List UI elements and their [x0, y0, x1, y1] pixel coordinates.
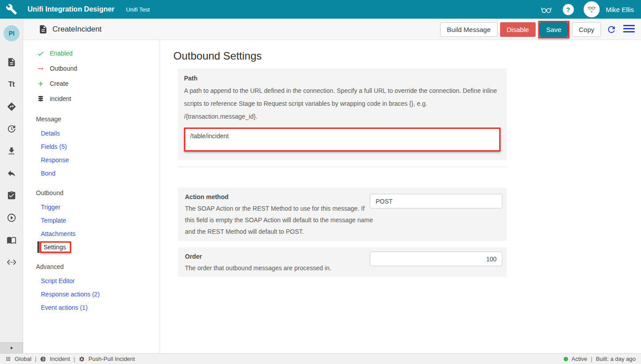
- nav-section-message: Message: [23, 112, 160, 127]
- action-method-description: The SOAP Action or the REST Method to us…: [185, 203, 374, 237]
- record-header: CreateIncident Build Message Disable Sav…: [0, 19, 641, 40]
- path-description: A path to append to the URL defined in t…: [184, 84, 498, 123]
- scope-pie-icon[interactable]: [40, 356, 46, 362]
- nav-link-script-editor[interactable]: Script Editor: [23, 274, 160, 288]
- document-icon: [38, 24, 48, 34]
- typography-icon[interactable]: Tt: [6, 79, 17, 90]
- nav-item-label: Enabled: [50, 50, 72, 57]
- user-avatar[interactable]: [584, 1, 600, 17]
- annotation-settings-highlight: Settings: [40, 241, 71, 253]
- sidebar-expand-button[interactable]: [0, 342, 23, 353]
- order-input[interactable]: [370, 252, 502, 266]
- nav-item-enabled[interactable]: Enabled: [23, 46, 160, 61]
- path-label: Path: [184, 75, 501, 82]
- hamburger-menu-icon[interactable]: [623, 25, 635, 32]
- nav-link-details[interactable]: Details: [23, 127, 160, 140]
- scope-label: Global: [15, 356, 32, 362]
- refresh-icon[interactable]: [606, 24, 617, 35]
- application-label: Incident: [50, 356, 70, 362]
- database-icon: [37, 95, 44, 103]
- status-bar: Global | Incident | Push-Pull Incident A…: [0, 353, 641, 364]
- nav-item-label: Settings: [44, 244, 66, 251]
- clipboard-check-icon[interactable]: [6, 190, 17, 201]
- nav-section-outbound: Outbound: [23, 185, 160, 200]
- page-title: Outbound Settings: [173, 50, 641, 62]
- history-icon[interactable]: [6, 124, 17, 134]
- top-bar-right: ? Mike Ellis: [540, 1, 641, 17]
- status-label: Active: [572, 356, 587, 362]
- book-icon[interactable]: [6, 235, 17, 245]
- integration-avatar[interactable]: PI: [4, 25, 20, 41]
- nav-link-fields[interactable]: Fields (5): [23, 140, 160, 153]
- nav-link-response-actions[interactable]: Response actions (2): [23, 288, 160, 301]
- nav-item-create[interactable]: Create: [23, 76, 160, 91]
- top-bar: Unifi Integration Designer Unifi Test ? …: [0, 0, 641, 19]
- section-divider: [178, 167, 507, 167]
- arrow-right-icon: [37, 65, 44, 72]
- nav-link-template[interactable]: Template: [23, 214, 160, 227]
- nav-item-label: Outbound: [50, 65, 77, 72]
- build-message-button[interactable]: Build Message: [440, 22, 497, 37]
- action-method-input[interactable]: [370, 194, 502, 208]
- glasses-icon[interactable]: [540, 4, 553, 15]
- nav-item-outbound[interactable]: Outbound: [23, 61, 160, 76]
- separator: |: [591, 356, 592, 362]
- nav-item-incident[interactable]: incident: [23, 91, 160, 106]
- environment-label: Unifi Test: [126, 6, 150, 13]
- order-field-panel: Order The order that outbound messages a…: [178, 248, 507, 277]
- order-description: The order that outbound messages are pro…: [185, 262, 374, 274]
- nav-link-attachments[interactable]: Attachments: [23, 227, 160, 240]
- app-window: Unifi Integration Designer Unifi Test ? …: [0, 0, 641, 364]
- annotation-save-highlight: Save: [538, 21, 569, 38]
- action-method-field-panel: Action method The SOAP Action or the RES…: [178, 188, 507, 241]
- status-bar-left: Global | Incident | Push-Pull Incident: [5, 356, 135, 362]
- nav-item-label: Create: [50, 80, 68, 87]
- download-icon[interactable]: [6, 146, 17, 156]
- save-button[interactable]: Save: [540, 22, 568, 37]
- document-icon[interactable]: [6, 57, 17, 68]
- record-title: CreateIncident: [52, 25, 102, 34]
- path-input[interactable]: /table/incident: [185, 129, 499, 150]
- copy-button[interactable]: Copy: [572, 22, 601, 37]
- nav-item-label: incident: [50, 95, 71, 102]
- icon-rail: Tt: [0, 19, 23, 342]
- header-actions: Build Message Disable Save Copy: [440, 20, 601, 38]
- user-name[interactable]: Mike Ellis: [606, 6, 634, 13]
- status-dot-icon: [564, 357, 568, 361]
- status-bar-right: Active | Built: a day ago: [564, 356, 636, 362]
- code-icon[interactable]: [6, 257, 17, 268]
- separator: |: [74, 356, 75, 362]
- nav-section-advanced: Advanced: [23, 259, 160, 274]
- app-title: Unifi Integration Designer: [28, 5, 115, 13]
- gear-icon[interactable]: [79, 356, 85, 362]
- play-circle-icon[interactable]: [6, 212, 17, 223]
- nav-link-trigger[interactable]: Trigger: [23, 200, 160, 214]
- nav-link-response[interactable]: Response: [23, 153, 160, 167]
- separator: |: [35, 356, 36, 362]
- path-field-panel: Path A path to append to the URL defined…: [178, 68, 507, 160]
- disable-button[interactable]: Disable: [500, 22, 536, 37]
- help-icon[interactable]: ?: [563, 4, 574, 15]
- message-nav: Enabled Outbound Create incident Message…: [23, 40, 160, 353]
- nav-link-bond[interactable]: Bond: [23, 167, 160, 180]
- active-indicator-bar: [37, 241, 40, 253]
- reply-icon[interactable]: [6, 168, 17, 179]
- nav-link-event-actions[interactable]: Event actions (1): [23, 301, 160, 314]
- app-grid-icon[interactable]: [5, 356, 11, 362]
- wrench-icon[interactable]: [0, 0, 23, 19]
- integration-label: Push-Pull Incident: [88, 356, 135, 362]
- annotation-path-highlight: /table/incident: [184, 128, 501, 152]
- main-content: Outbound Settings Path A path to append …: [160, 40, 641, 353]
- signpost-icon[interactable]: [6, 101, 17, 112]
- nav-link-settings[interactable]: Settings: [23, 240, 160, 254]
- built-label: Built: a day ago: [596, 356, 636, 362]
- plus-icon: [37, 80, 44, 88]
- check-icon: [37, 50, 44, 57]
